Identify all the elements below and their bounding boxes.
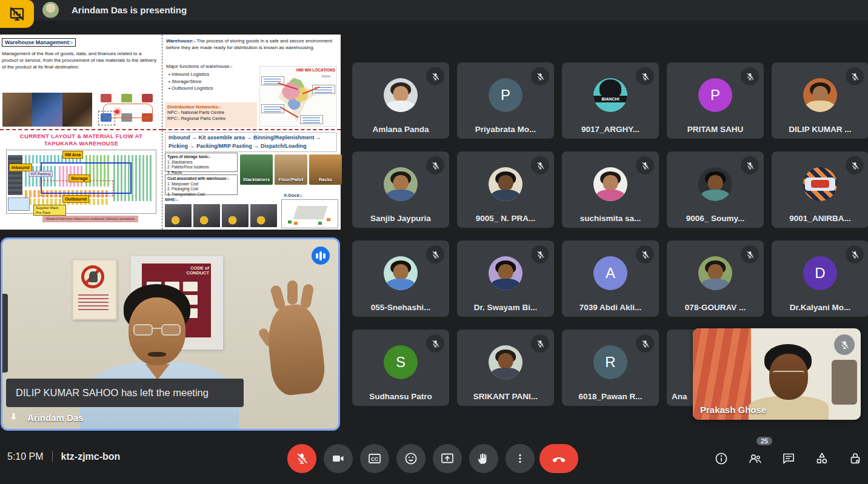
host-controls-lock-icon: [848, 451, 863, 466]
meeting-info: 5:10 PM ktz-zjmc-bon: [7, 451, 120, 462]
mic-off-icon: [741, 245, 759, 264]
participant-name: Dr.Kalyani Mo...: [776, 303, 864, 312]
mic-off-icon: [636, 334, 654, 353]
avatar: [384, 78, 418, 112]
participant-tile[interactable]: suchismita sa...: [562, 151, 659, 228]
participant-name: 078-GOURAV ...: [672, 303, 759, 312]
mic-off-icon: [846, 245, 864, 264]
more-options-button[interactable]: [506, 444, 535, 473]
present-screen-icon: [440, 451, 455, 466]
list-item: Inbound Logistics: [169, 71, 213, 78]
participant-name: PRITAM SAHU: [672, 125, 759, 134]
presenting-label: Arindam Das is presenting: [72, 0, 187, 21]
avatar: R: [593, 345, 627, 379]
participant-tile[interactable]: D Dr.Kalyani Mo...: [772, 240, 868, 317]
participant-name: 9017_ARGHY...: [567, 125, 654, 134]
list-item: Storage/Store: [169, 78, 213, 85]
floating-video-tile[interactable]: Prakash Ghose: [693, 328, 861, 420]
divider: [52, 451, 53, 462]
participant-tile[interactable]: R 6018_Pawan R...: [562, 330, 659, 406]
mic-off-icon: [636, 67, 654, 85]
avatar: P: [698, 78, 732, 112]
mic-off-icon: [531, 156, 549, 174]
mhe-photos: [165, 204, 277, 227]
mic-off-icon: [846, 67, 864, 85]
raised-hand: [265, 302, 327, 397]
slide-warehouse-definition: Warehouse:- The process of storing goods…: [162, 35, 341, 130]
map-title: HMI WH LOCATIONS: [296, 68, 335, 72]
mic-off-icon: [846, 156, 864, 174]
presenter-video-tile[interactable]: CODE ofCONDUCT DILIP KUMAR SAHOO has lef…: [1, 237, 340, 431]
participant-name: Prakash Ghose: [700, 405, 766, 415]
participant-tile[interactable]: A 7039 Abdi Akli...: [562, 240, 659, 317]
captions-button[interactable]: CC: [360, 444, 389, 473]
participant-tile[interactable]: SRIKANT PANI...: [457, 330, 554, 406]
photo-label: Stacktainers: [240, 177, 273, 182]
chat-button[interactable]: [781, 451, 796, 466]
mic-toggle-button[interactable]: [287, 444, 316, 473]
mic-off-icon: [426, 245, 444, 264]
presentation-indicator-badge[interactable]: [0, 0, 34, 28]
participant-tile[interactable]: S Sudhansu Patro: [352, 330, 449, 406]
avatar: S: [384, 345, 418, 379]
participant-tile[interactable]: 055-Snehashi...: [352, 240, 449, 317]
dist-line: NPC:- National Parts Centre: [167, 110, 255, 116]
audio-level-icon: [312, 247, 330, 265]
mic-off-icon: [531, 245, 549, 264]
slide-lead-text: Warehouse:- The process of storing goods…: [166, 38, 337, 51]
photo-label: Floor/Pallet: [275, 177, 307, 182]
storage-photos: Stacktainers Floor/Pallet Racks: [240, 154, 342, 185]
label-rm-area: RM Area: [62, 151, 83, 159]
people-button[interactable]: [748, 451, 763, 466]
label-outbound: Outbound: [62, 195, 89, 203]
label-kit-packing: KIT Packing: [28, 171, 53, 177]
top-banner: Arindam Das is presenting: [0, 0, 868, 21]
layout-caption: Shaded Path from Inbound to outbound (Ve…: [42, 216, 138, 222]
list-item: 1. Stacktainers: [167, 160, 235, 165]
participant-name: Priyabrata Mo...: [462, 125, 549, 134]
xdock-label: X-Dock:-: [284, 193, 302, 198]
participant-tile[interactable]: 9006_ Soumy...: [667, 151, 764, 228]
avatar: [384, 256, 418, 290]
participant-tile[interactable]: BIANCHI 9017_ARGHY...: [562, 62, 659, 139]
participant-tile[interactable]: Amlana Panda: [352, 62, 449, 139]
participant-tile[interactable]: DILIP KUMAR ...: [772, 62, 868, 139]
map-region-label: INDIA: [321, 75, 330, 78]
participant-tile[interactable]: 078-GOURAV ...: [667, 240, 764, 317]
participant-name: 9001_ANIRBA...: [776, 214, 864, 223]
participant-tile[interactable]: 9005_ N. PRA...: [457, 151, 554, 228]
participant-tile[interactable]: P PRITAM SAHU: [667, 62, 764, 139]
participant-tile[interactable]: Dr. Swayam Bi...: [457, 240, 554, 317]
list-item: Outbound Logistics: [169, 85, 213, 92]
host-controls-button[interactable]: [848, 451, 863, 466]
label-supplier-rack: Supplier Rack Pre Pack: [33, 205, 66, 216]
meeting-details-button[interactable]: [714, 451, 729, 466]
emoji-icon: [404, 451, 418, 466]
participant-tile[interactable]: P Priyabrata Mo...: [457, 62, 554, 139]
end-call-button[interactable]: [539, 444, 578, 473]
slide-title: Warehouse Management:-: [2, 38, 76, 47]
meet-window: Arindam Das is presenting Warehouse Mana…: [0, 0, 868, 484]
more-vertical-icon: [513, 452, 527, 465]
present-button[interactable]: [433, 444, 462, 473]
mic-off-icon: [741, 67, 759, 85]
camera-toggle-button[interactable]: [324, 444, 353, 473]
mhe-label: MHE:-: [165, 197, 178, 202]
cost-title: Cost associated with warehouse:-: [167, 176, 235, 182]
functions-title: Major functions of warehouse:-: [166, 64, 232, 69]
participant-tile[interactable]: Sanjib Jaypuria: [352, 151, 449, 228]
activities-button[interactable]: [815, 451, 829, 466]
screen-share-view: Warehouse Management:- Management of the…: [0, 35, 341, 230]
list-item: 3. Transportation Cost: [167, 192, 235, 197]
reactions-button[interactable]: [396, 444, 426, 473]
avatar: [489, 167, 522, 201]
participant-name: 6018_Pawan R...: [567, 392, 654, 401]
raise-hand-button[interactable]: [469, 444, 498, 473]
participant-tile[interactable]: 9001_ANIRBA...: [772, 151, 868, 228]
mic-off-icon: [834, 334, 855, 355]
lead-term: Warehouse:-: [166, 38, 195, 44]
process-flow-text: Inbound → Kit assemble area → Binning/Re…: [165, 132, 337, 152]
participant-name: 9005_ N. PRA...: [462, 214, 549, 223]
warehouse-layout-diagram: Inbound RM Area KIT Packing Storage Outb…: [6, 150, 156, 214]
mic-off-icon: [426, 156, 444, 174]
